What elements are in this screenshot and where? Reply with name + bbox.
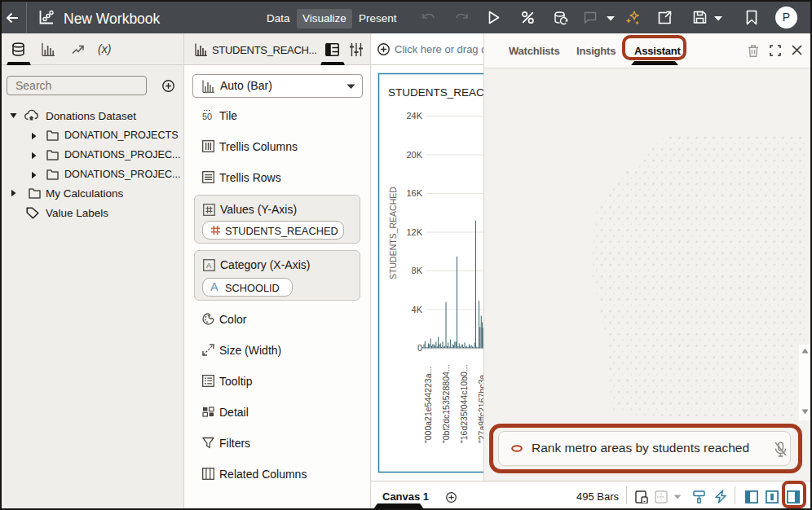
- svg-text:A: A: [206, 261, 212, 270]
- svg-text:"27a9ffc2167bc3a...: "27a9ffc2167bc3a...: [477, 367, 484, 443]
- svg-text:"000a21e544223a...: "000a21e544223a...: [423, 367, 433, 443]
- svg-text:4K: 4K: [412, 305, 423, 314]
- svg-text:12K: 12K: [406, 227, 422, 237]
- svg-text:50: 50: [202, 112, 212, 121]
- svg-text:"16d235f044c10b0...: "16d235f044c10b0...: [459, 364, 469, 443]
- svg-text:0: 0: [417, 343, 422, 353]
- svg-text:"0bf2dc153528804...: "0bf2dc153528804...: [441, 364, 451, 443]
- svg-text:20K: 20K: [406, 150, 422, 160]
- svg-text:8K: 8K: [412, 266, 423, 275]
- svg-text:24K: 24K: [406, 111, 422, 121]
- svg-text:STUDENTS_REACHED: STUDENTS_REACHED: [388, 187, 398, 279]
- svg-text:STUDENTS_REACH: STUDENTS_REACH: [388, 86, 483, 99]
- svg-text:16K: 16K: [406, 188, 422, 198]
